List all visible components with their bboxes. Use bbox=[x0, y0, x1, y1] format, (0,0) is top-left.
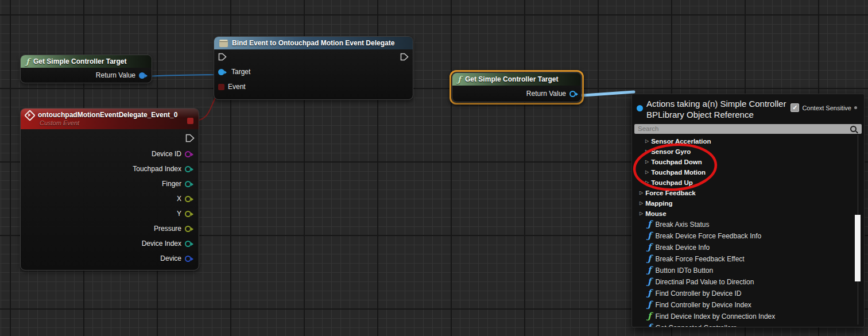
selection-highlight: ƒ Get Simple Controller Target Return Va… bbox=[450, 70, 584, 105]
search-icon bbox=[850, 126, 857, 132]
function-icon: ƒ bbox=[648, 300, 651, 309]
exec-in-pin[interactable] bbox=[218, 53, 227, 61]
function-icon: ƒ bbox=[648, 231, 651, 240]
category-row[interactable]: ▷ Sensor Accerlation bbox=[632, 136, 864, 146]
object-pin-icon bbox=[637, 105, 643, 111]
node-title: Get Simple Controller Target bbox=[33, 57, 126, 65]
context-sensitive-label: Context Sensitive bbox=[802, 105, 851, 111]
node-get-simple-controller-target-2[interactable]: ƒ Get Simple Controller Target Return Va… bbox=[452, 72, 582, 102]
output-pin-row[interactable]: Finger bbox=[21, 176, 199, 191]
node-title: ontouchpadMotionEventDelegate_Event_0 bbox=[38, 111, 177, 119]
expander-icon[interactable]: ▷ bbox=[640, 201, 643, 206]
node-bind-event-to-ontouchpad-motion-event-delegate[interactable]: Bind Event to Ontouchpad Motion Event De… bbox=[214, 36, 413, 100]
exec-out-pin[interactable] bbox=[400, 53, 409, 61]
function-row[interactable]: ƒ Find Device Index by Connection Index bbox=[632, 311, 864, 322]
expander-icon[interactable]: ▷ bbox=[640, 211, 643, 216]
event-pin-label: Event bbox=[228, 83, 246, 91]
category-row[interactable]: ▷ Touchpad Up bbox=[632, 177, 864, 188]
return-value-label: Return Value bbox=[96, 71, 135, 79]
category-row[interactable]: ▷ Mouse bbox=[632, 208, 864, 219]
output-pin-row[interactable]: Device ID bbox=[21, 146, 199, 161]
function-icon: ƒ bbox=[648, 312, 651, 320]
node-header[interactable]: ontouchpadMotionEventDelegate_Event_0 Cu… bbox=[21, 109, 199, 129]
category-row[interactable]: ▷ Force Feedback bbox=[632, 188, 864, 198]
node-header[interactable]: ƒ Get Simple Controller Target bbox=[452, 73, 581, 86]
function-icon: ƒ bbox=[648, 266, 651, 275]
function-icon: ƒ bbox=[648, 243, 651, 252]
output-pin-row[interactable]: Y bbox=[21, 206, 199, 221]
node-get-simple-controller-target-1[interactable]: ƒ Get Simple Controller Target Return Va… bbox=[20, 55, 152, 83]
expander-icon[interactable]: ▷ bbox=[645, 170, 649, 175]
function-icon: ƒ bbox=[648, 323, 651, 327]
context-menu: Actions taking a(n) Simple Controller BP… bbox=[631, 94, 865, 327]
data-output-pin[interactable] bbox=[185, 166, 191, 172]
function-row[interactable]: ƒ Find Controller by Device Index bbox=[632, 299, 864, 311]
function-row[interactable]: ƒ Break Device Info bbox=[632, 242, 864, 253]
search-input[interactable] bbox=[634, 125, 850, 132]
function-row[interactable]: ƒ Break Device Force Feedback Info bbox=[632, 230, 864, 242]
custom-event-icon bbox=[24, 110, 36, 121]
return-value-pin[interactable] bbox=[139, 72, 145, 79]
node-header[interactable]: Bind Event to Ontouchpad Motion Event De… bbox=[214, 37, 413, 49]
function-row[interactable]: ƒ Break Force Feedback Effect bbox=[632, 253, 864, 265]
function-icon: ƒ bbox=[648, 289, 651, 298]
return-value-pin[interactable] bbox=[569, 91, 576, 97]
event-delegate-pin[interactable] bbox=[218, 84, 224, 90]
category-row[interactable]: ▷ Sensor Gyro bbox=[632, 146, 864, 157]
data-output-pin[interactable] bbox=[185, 181, 191, 187]
data-output-pin[interactable] bbox=[185, 226, 191, 232]
function-icon: ƒ bbox=[458, 75, 461, 83]
node-title: Bind Event to Ontouchpad Motion Event De… bbox=[232, 39, 394, 47]
output-pin-row[interactable]: Device bbox=[21, 251, 199, 266]
expander-icon[interactable]: ▷ bbox=[645, 160, 649, 164]
output-pin-row[interactable]: Device Index bbox=[21, 236, 199, 251]
search-bar[interactable] bbox=[634, 124, 862, 134]
context-menu-title: Actions taking a(n) Simple Controller BP… bbox=[646, 99, 800, 121]
node-custom-event-ontouchpad-motion[interactable]: ontouchpadMotionEventDelegate_Event_0 Cu… bbox=[20, 108, 199, 271]
node-subtitle: Custom Event bbox=[40, 119, 193, 126]
custom-event-pin-list: Device ID Touchpad Index Finger X bbox=[21, 146, 199, 266]
function-icon: ƒ bbox=[648, 277, 651, 286]
function-row[interactable]: ƒ Find Controller by Device ID bbox=[632, 288, 864, 299]
expander-icon[interactable]: ▷ bbox=[645, 139, 649, 144]
context-menu-header: Actions taking a(n) Simple Controller BP… bbox=[632, 94, 864, 122]
scrollbar-thumb[interactable] bbox=[855, 215, 861, 281]
function-icon: ƒ bbox=[26, 57, 29, 65]
target-pin[interactable] bbox=[218, 69, 224, 75]
function-icon: ƒ bbox=[648, 220, 651, 229]
data-output-pin[interactable] bbox=[185, 241, 191, 247]
data-output-pin[interactable] bbox=[185, 151, 191, 157]
delegate-output-pin[interactable] bbox=[187, 118, 193, 124]
bind-event-icon bbox=[219, 40, 228, 47]
expander-icon[interactable]: ▷ bbox=[645, 180, 649, 185]
expander-icon[interactable]: ▷ bbox=[645, 149, 649, 154]
function-row[interactable]: ƒ Get Connected Controllers bbox=[632, 322, 864, 327]
node-title: Get Simple Controller Target bbox=[465, 75, 558, 83]
function-row[interactable]: ƒ Directinal Pad Value to Direction bbox=[632, 276, 864, 288]
context-sensitive-checkbox[interactable]: ✓ bbox=[790, 103, 799, 112]
function-icon: ƒ bbox=[648, 254, 651, 263]
output-pin-row[interactable]: Touchpad Index bbox=[21, 161, 199, 176]
node-header[interactable]: ƒ Get Simple Controller Target bbox=[21, 55, 152, 68]
target-pin-label: Target bbox=[231, 68, 250, 76]
data-output-pin[interactable] bbox=[185, 211, 191, 217]
return-value-label: Return Value bbox=[526, 90, 566, 98]
exec-out-pin[interactable] bbox=[185, 134, 195, 142]
function-row[interactable]: ƒ Button IDTo Button bbox=[632, 265, 864, 276]
data-output-pin[interactable] bbox=[185, 256, 191, 262]
blueprint-editor: ƒ Get Simple Controller Target Return Va… bbox=[0, 0, 868, 336]
category-list: ▷ Sensor Accerlation ▷ Sensor Gyro ▷ Tou… bbox=[632, 136, 864, 219]
expander-icon[interactable]: ▷ bbox=[640, 191, 643, 195]
output-pin-row[interactable]: Pressure bbox=[21, 221, 199, 236]
category-row[interactable]: ▷ Touchpad Motion bbox=[632, 167, 864, 177]
category-row[interactable]: ▷ Touchpad Down bbox=[632, 157, 864, 167]
data-output-pin[interactable] bbox=[185, 196, 191, 202]
expand-options-icon[interactable] bbox=[854, 106, 857, 109]
function-list: ƒ Break Axis Status ƒ Break Device Force… bbox=[632, 219, 864, 327]
function-row[interactable]: ƒ Break Axis Status bbox=[632, 219, 864, 230]
category-row[interactable]: ▷ Mapping bbox=[632, 198, 864, 208]
output-pin-row[interactable]: X bbox=[21, 191, 199, 206]
